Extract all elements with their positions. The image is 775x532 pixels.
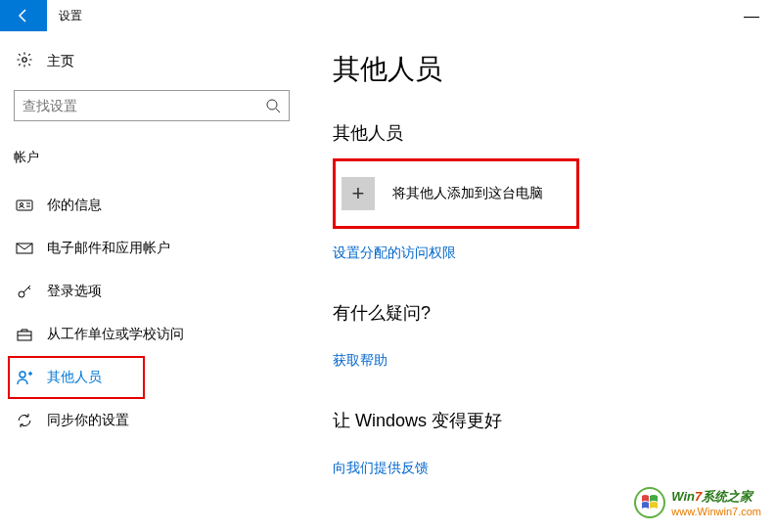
- svg-line-2: [276, 109, 280, 112]
- briefcase-icon: [16, 326, 33, 343]
- main-panel: 其他人员 其他人员 + 将其他人添加到这台电脑 设置分配的访问权限 有什么疑问?…: [303, 31, 775, 532]
- gear-icon: [16, 51, 33, 72]
- sidebar-home[interactable]: 主页: [14, 51, 290, 72]
- person-plus-icon: [16, 369, 33, 386]
- sidebar-item-email-accounts[interactable]: 电子邮件和应用帐户: [14, 227, 290, 270]
- sidebar-item-your-info[interactable]: 你的信息: [14, 184, 290, 227]
- sidebar-item-label: 你的信息: [47, 197, 102, 214]
- search-field[interactable]: [15, 98, 257, 113]
- plus-icon: +: [342, 177, 375, 210]
- sidebar: 主页 帐户 你的信息 电子邮件和应用帐户 登录选项 从工作单位或学校访问: [0, 31, 303, 532]
- svg-point-10: [20, 372, 25, 377]
- minimize-button[interactable]: —: [744, 8, 759, 25]
- get-help-link[interactable]: 获取帮助: [333, 352, 388, 370]
- assigned-access-link[interactable]: 设置分配的访问权限: [333, 244, 456, 262]
- watermark: Win7系统之家 www.Winwin7.com: [634, 487, 761, 518]
- sidebar-item-other-people[interactable]: 其他人员: [8, 356, 145, 399]
- sidebar-item-label: 电子邮件和应用帐户: [47, 240, 170, 257]
- add-someone-label: 将其他人添加到这台电脑: [392, 185, 543, 202]
- sidebar-item-work-school[interactable]: 从工作单位或学校访问: [14, 313, 290, 356]
- wm-post: 系统之家: [702, 489, 752, 504]
- id-card-icon: [16, 197, 33, 214]
- feedback-link[interactable]: 向我们提供反馈: [333, 460, 429, 477]
- sidebar-item-label: 登录选项: [47, 283, 102, 300]
- sidebar-item-label: 其他人员: [47, 369, 102, 386]
- titlebar: 设置 —: [0, 0, 775, 31]
- question-heading: 有什么疑问?: [333, 301, 746, 325]
- other-people-heading: 其他人员: [333, 121, 746, 145]
- page-title: 其他人员: [333, 51, 746, 88]
- svg-point-0: [23, 58, 27, 63]
- wm-pre: Win: [671, 489, 695, 504]
- search-icon: [257, 98, 289, 113]
- sidebar-item-sync[interactable]: 同步你的设置: [14, 399, 290, 442]
- sidebar-home-label: 主页: [47, 53, 74, 70]
- add-someone-button[interactable]: + 将其他人添加到这台电脑: [342, 175, 543, 212]
- sidebar-item-label: 从工作单位或学校访问: [47, 326, 184, 343]
- wm-url: www.Winwin7.com: [671, 506, 761, 517]
- sync-icon: [16, 412, 33, 429]
- back-button[interactable]: [0, 0, 47, 31]
- sidebar-section-label: 帐户: [14, 149, 290, 166]
- key-icon: [16, 283, 33, 300]
- windows-flag-icon: [634, 487, 665, 518]
- svg-point-4: [21, 203, 23, 206]
- svg-point-1: [267, 100, 277, 110]
- highlight-box: + 将其他人添加到这台电脑: [333, 158, 579, 229]
- better-heading: 让 Windows 变得更好: [333, 409, 746, 432]
- search-input[interactable]: [14, 90, 290, 121]
- window-title: 设置: [59, 8, 82, 24]
- sidebar-item-label: 同步你的设置: [47, 412, 129, 429]
- svg-rect-3: [17, 200, 32, 210]
- mail-icon: [16, 240, 33, 257]
- sidebar-item-signin-options[interactable]: 登录选项: [14, 270, 290, 313]
